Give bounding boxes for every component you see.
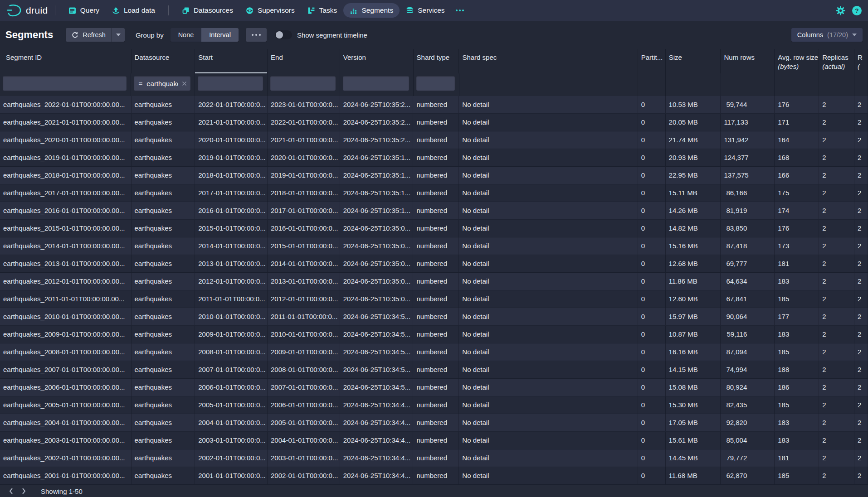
nav-item-tasks[interactable]: Tasks <box>301 3 344 18</box>
table-row[interactable]: earthquakes_2022-01-01T00:00:00.00...ear… <box>0 96 868 114</box>
next-page-button[interactable] <box>17 486 30 496</box>
table-row[interactable]: earthquakes_2019-01-01T00:00:00.00...ear… <box>0 149 868 167</box>
nav-item-services[interactable]: Services <box>400 3 451 18</box>
cell-size: 14.82 MB <box>666 220 721 237</box>
nav-item-load-data[interactable]: Load data <box>106 3 161 18</box>
nav-item-query[interactable]: Query <box>62 3 106 18</box>
close-icon[interactable] <box>182 81 187 86</box>
column-header-avg_row_size[interactable]: Avg. row size(bytes) <box>775 49 819 73</box>
table-row[interactable]: earthquakes_2010-01-01T00:00:00.00...ear… <box>0 308 868 326</box>
table-row[interactable]: earthquakes_2020-01-01T00:00:00.00...ear… <box>0 131 868 149</box>
segment-timeline-toggle[interactable] <box>275 30 292 39</box>
cell-id: earthquakes_2001-01-01T00:00:00.00... <box>0 467 132 484</box>
nav-item-datasources[interactable]: Datasources <box>176 3 239 18</box>
help-icon[interactable]: ? <box>852 6 862 15</box>
table-row[interactable]: earthquakes_2002-01-01T00:00:00.00...ear… <box>0 449 868 467</box>
column-header-partition[interactable]: Partit... <box>638 49 666 73</box>
cell-replicas: 2 <box>819 237 854 255</box>
filter-input-version[interactable] <box>343 76 409 91</box>
filter-input-id[interactable] <box>3 76 127 91</box>
table-row[interactable]: earthquakes_2013-01-01T00:00:00.00...ear… <box>0 255 868 273</box>
table-row[interactable]: earthquakes_2008-01-01T00:00:00.00...ear… <box>0 343 868 361</box>
cell-shard_type: numbered <box>413 96 459 113</box>
cell-id: earthquakes_2019-01-01T00:00:00.00... <box>0 149 132 166</box>
columns-button[interactable]: Columns (17/20) <box>791 28 863 42</box>
column-header-size[interactable]: Size <box>666 49 721 73</box>
cell-start: 2011-01-01T00:00:0... <box>195 290 268 308</box>
gear-icon[interactable] <box>836 6 845 15</box>
cell-ds: earthquakes <box>132 326 195 343</box>
cell-start: 2013-01-01T00:00:0... <box>195 255 268 272</box>
table-row[interactable]: earthquakes_2012-01-01T00:00:00.00...ear… <box>0 273 868 290</box>
table-row[interactable]: earthquakes_2017-01-01T00:00:00.00...ear… <box>0 184 868 202</box>
cell-version: 2024-06-25T10:35:0... <box>340 220 414 237</box>
cell-replicas: 2 <box>819 149 854 166</box>
previous-page-button[interactable] <box>5 486 17 496</box>
table-row[interactable]: earthquakes_2011-01-01T00:00:00.00...ear… <box>0 290 868 308</box>
cell-avg_row_size: 183 <box>775 432 819 449</box>
column-header-version[interactable]: Version <box>340 49 414 73</box>
filter-cell-start <box>195 73 268 96</box>
table-row[interactable]: earthquakes_2009-01-01T00:00:00.00...ear… <box>0 326 868 343</box>
cell-size: 15.16 MB <box>666 237 721 255</box>
datasources-icon <box>182 7 190 14</box>
filter-input-start[interactable] <box>198 76 263 91</box>
cell-end: 2005-01-01T00:00:0... <box>268 414 340 431</box>
column-header-shard_spec[interactable]: Shard spec <box>459 49 638 73</box>
table-row[interactable]: earthquakes_2018-01-01T00:00:00.00...ear… <box>0 167 868 184</box>
column-header-replicas[interactable]: Replicas(actual) <box>819 49 854 73</box>
group-by-option-interval[interactable]: Interval <box>201 28 239 42</box>
cell-partition: 0 <box>638 432 666 449</box>
cell-shard_spec: No detail <box>459 149 638 166</box>
table-row[interactable]: earthquakes_2007-01-01T00:00:00.00...ear… <box>0 361 868 379</box>
column-header-ds[interactable]: Datasource <box>132 49 195 73</box>
column-header-shard_type[interactable]: Shard type <box>414 49 459 73</box>
cell-replicas: 2 <box>819 343 854 361</box>
toolbar: Segments Refresh Group by NoneInterval S… <box>0 21 868 49</box>
nav-item-supervisors[interactable]: Supervisors <box>239 3 301 18</box>
table-row[interactable]: earthquakes_2003-01-01T00:00:00.00...ear… <box>0 432 868 449</box>
cell-end: 2016-01-01T00:00:0... <box>268 220 340 237</box>
cell-version: 2024-06-25T10:34:4... <box>340 414 414 431</box>
cell-size: 15.30 MB <box>666 396 721 414</box>
column-header-start[interactable]: Start <box>195 49 268 73</box>
table-row[interactable]: earthquakes_2016-01-01T00:00:00.00...ear… <box>0 202 868 220</box>
table-row[interactable]: earthquakes_2015-01-01T00:00:00.00...ear… <box>0 220 868 237</box>
table-row[interactable]: earthquakes_2004-01-01T00:00:00.00...ear… <box>0 414 868 432</box>
druid-logo-icon <box>6 4 22 17</box>
cell-ds: earthquakes <box>132 255 195 272</box>
navbar-overflow-button[interactable] <box>451 10 468 11</box>
nav-item-segments[interactable]: Segments <box>343 3 400 18</box>
column-header-more[interactable]: R( <box>854 49 868 73</box>
cell-avg_row_size: 171 <box>775 114 819 131</box>
cell-shard_spec: No detail <box>459 467 638 484</box>
filter-input-shard_type[interactable] <box>416 76 455 91</box>
table-row[interactable]: earthquakes_2014-01-01T00:00:00.00...ear… <box>0 237 868 255</box>
more-actions-button[interactable] <box>246 28 267 42</box>
cell-more: 2 <box>854 361 868 378</box>
cell-more: 2 <box>854 326 868 343</box>
column-header-id[interactable]: Segment ID <box>0 49 132 73</box>
cell-ds: earthquakes <box>132 114 195 131</box>
table-row[interactable]: earthquakes_2021-01-01T00:00:00.00...ear… <box>0 114 868 131</box>
table-row[interactable]: earthquakes_2006-01-01T00:00:00.00...ear… <box>0 379 868 396</box>
column-header-num_rows[interactable]: Num rows <box>721 49 775 73</box>
cell-shard_spec: No detail <box>459 396 638 414</box>
column-header-end[interactable]: End <box>268 49 340 73</box>
cell-avg_row_size: 181 <box>775 255 819 272</box>
cell-num_rows: 86,166 <box>721 184 775 202</box>
cell-ds: earthquakes <box>132 149 195 166</box>
cell-num_rows: 62,870 <box>721 467 775 484</box>
druid-logo[interactable]: druid <box>6 4 48 17</box>
group-by-option-none[interactable]: None <box>171 28 202 42</box>
cell-num_rows: 64,634 <box>721 273 775 290</box>
cell-shard_type: numbered <box>413 114 459 131</box>
refresh-dropdown-button[interactable] <box>112 28 125 42</box>
cell-shard_type: numbered <box>413 414 459 431</box>
table-row[interactable]: earthquakes_2001-01-01T00:00:00.00...ear… <box>0 467 868 485</box>
table-row[interactable]: earthquakes_2005-01-01T00:00:00.00...ear… <box>0 396 868 414</box>
refresh-button[interactable]: Refresh <box>66 28 112 42</box>
filter-input-end[interactable] <box>270 76 336 91</box>
filter-chip-ds[interactable]: =earthquake <box>134 76 190 91</box>
cell-start: 2021-01-01T00:00:0... <box>195 114 268 131</box>
